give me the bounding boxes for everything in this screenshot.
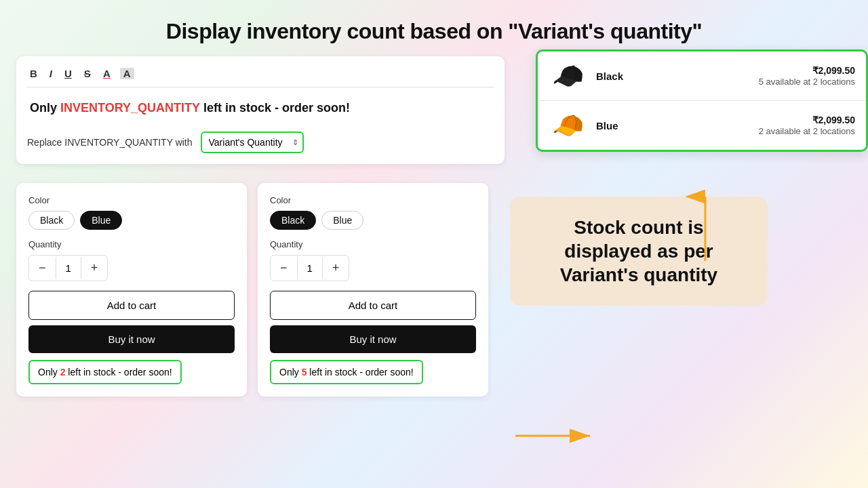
variant-price-black: ₹2,099.50 — [759, 65, 855, 76]
hat-black-icon: 🧢 — [552, 61, 584, 91]
buy-now-left[interactable]: Buy it now — [28, 325, 235, 353]
variant-img-blue: 🧢 — [549, 110, 587, 140]
stock-badge-right: Only 5 left in stock - order soon! — [270, 360, 423, 384]
product-variants-box: 🧢 Black ₹2,099.50 5 available at 2 locat… — [536, 49, 868, 152]
font-color-button[interactable]: A — [100, 67, 113, 80]
color-btn-black-left[interactable]: Black — [28, 211, 75, 230]
underline-button[interactable]: U — [62, 67, 75, 80]
color-btn-blue-left[interactable]: Blue — [80, 211, 122, 230]
variant-info-black: ₹2,099.50 5 available at 2 locations — [759, 65, 855, 87]
replace-select[interactable]: Variant's Quantity Location Quantity Tot… — [201, 131, 304, 153]
variant-row-black: 🧢 Black ₹2,099.50 5 available at 2 locat… — [538, 52, 866, 100]
buy-now-right[interactable]: Buy it now — [270, 325, 476, 353]
variant-name-blue: Blue — [596, 120, 749, 131]
main-content: B I U S A A Only INVENTORY_QUANTITY left… — [0, 56, 868, 164]
add-to-cart-right[interactable]: Add to cart — [270, 291, 476, 320]
replace-label: Replace INVENTORY_QUANTITY with — [27, 137, 193, 148]
qty-label-right: Quantity — [270, 239, 476, 249]
product-widget-left: Color Black Blue Quantity − 1 + Add to c… — [16, 183, 247, 396]
editor-content: Only INVENTORY_QUANTITY left in stock - … — [27, 96, 494, 121]
product-widget-right: Color Black Blue Quantity − 1 + Add to c… — [258, 183, 488, 396]
variant-stock-blue: 2 available at 2 locations — [759, 126, 855, 136]
qty-row-left: − 1 + — [28, 255, 108, 281]
color-label-right: Color — [270, 195, 476, 205]
qty-minus-left[interactable]: − — [29, 256, 56, 281]
font-bg-button[interactable]: A — [120, 68, 134, 79]
variant-stock-black: 5 available at 2 locations — [759, 77, 855, 87]
color-label-left: Color — [28, 195, 235, 205]
select-wrapper[interactable]: Variant's Quantity Location Quantity Tot… — [201, 131, 304, 153]
hat-blue-icon: 🧢 — [552, 110, 584, 140]
qty-val-right: 1 — [297, 257, 323, 279]
color-options-right: Black Blue — [270, 211, 476, 230]
qty-minus-right[interactable]: − — [271, 256, 297, 281]
qty-row-right: − 1 + — [270, 255, 349, 281]
color-btn-blue-right[interactable]: Blue — [321, 211, 363, 230]
callout-box: Stock count is displayed as per Variant'… — [510, 197, 768, 306]
color-btn-black-right[interactable]: Black — [270, 211, 316, 230]
variant-img-black: 🧢 — [549, 61, 587, 91]
qty-plus-right[interactable]: + — [323, 256, 349, 281]
bottom-section: Color Black Blue Quantity − 1 + Add to c… — [0, 172, 868, 396]
variant-price-blue: ₹2,099.50 — [759, 115, 855, 125]
inventory-quantity-placeholder: INVENTORY_QUANTITY — [60, 101, 200, 115]
qty-label-left: Quantity — [28, 239, 235, 249]
bold-button[interactable]: B — [27, 67, 40, 80]
editor-panel: B I U S A A Only INVENTORY_QUANTITY left… — [16, 56, 505, 164]
qty-val-left: 1 — [56, 257, 81, 279]
variant-name-black: Black — [596, 70, 749, 82]
italic-button[interactable]: I — [47, 67, 55, 80]
strikethrough-button[interactable]: S — [81, 67, 94, 80]
page-title: Display inventory count based on "Varian… — [0, 0, 868, 56]
color-options-left: Black Blue — [28, 211, 235, 230]
variant-info-blue: ₹2,099.50 2 available at 2 locations — [759, 115, 855, 136]
stock-badge-left: Only 2 left in stock - order soon! — [28, 360, 182, 384]
qty-plus-left[interactable]: + — [81, 256, 108, 281]
replace-row: Replace INVENTORY_QUANTITY with Variant'… — [27, 131, 494, 153]
callout-text: Stock count is displayed as per Variant'… — [560, 216, 717, 287]
variant-row-blue: 🧢 Blue ₹2,099.50 2 available at 2 locati… — [538, 100, 866, 150]
add-to-cart-left[interactable]: Add to cart — [28, 291, 235, 320]
editor-toolbar: B I U S A A — [27, 67, 494, 87]
